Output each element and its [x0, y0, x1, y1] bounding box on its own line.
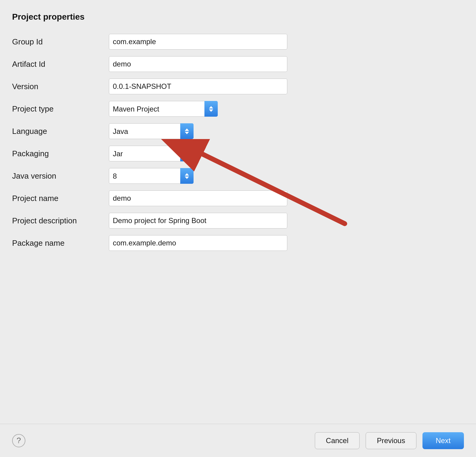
project-description-input[interactable]: [109, 213, 287, 228]
packaging-select[interactable]: Jar War: [109, 146, 194, 161]
packaging-select-wrapper: Jar War: [109, 146, 194, 161]
project-type-label: Project type: [12, 104, 109, 114]
artifact-id-row: Artifact Id: [12, 56, 464, 72]
next-button[interactable]: Next: [422, 432, 464, 449]
page-title: Project properties: [12, 12, 464, 22]
project-description-label: Project description: [12, 216, 109, 225]
help-button[interactable]: ?: [12, 434, 25, 447]
package-name-label: Package name: [12, 238, 109, 248]
group-id-label: Group Id: [12, 37, 109, 47]
packaging-label: Packaging: [12, 149, 109, 158]
language-select[interactable]: Java Kotlin Groovy: [109, 123, 194, 139]
previous-button[interactable]: Previous: [366, 432, 416, 449]
packaging-row: Packaging Jar War: [12, 146, 464, 161]
project-type-row: Project type Maven Project Gradle Projec…: [12, 101, 464, 117]
java-version-row: Java version 8 11 17: [12, 168, 464, 184]
language-row: Language Java Kotlin Groovy: [12, 123, 464, 139]
bottom-bar: ? Cancel Previous Next: [0, 424, 476, 457]
version-input[interactable]: [109, 79, 287, 94]
java-version-label: Java version: [12, 171, 109, 181]
package-name-input[interactable]: [109, 235, 287, 251]
form-area: Group Id Artifact Id Version Project typ…: [12, 34, 464, 457]
group-id-row: Group Id: [12, 34, 464, 50]
cancel-button[interactable]: Cancel: [315, 432, 360, 449]
project-name-label: Project name: [12, 194, 109, 203]
language-label: Language: [12, 127, 109, 136]
project-type-select-wrapper: Maven Project Gradle Project: [109, 101, 218, 117]
language-select-wrapper: Java Kotlin Groovy: [109, 123, 194, 139]
version-label: Version: [12, 82, 109, 91]
artifact-id-label: Artifact Id: [12, 60, 109, 69]
version-row: Version: [12, 79, 464, 94]
java-version-select-wrapper: 8 11 17: [109, 168, 194, 184]
project-name-input[interactable]: [109, 190, 287, 206]
java-version-select[interactable]: 8 11 17: [109, 168, 194, 184]
artifact-id-input[interactable]: [109, 56, 287, 72]
project-description-row: Project description: [12, 213, 464, 228]
dialog-container: Project properties Group Id Artifact Id …: [0, 0, 476, 457]
group-id-input[interactable]: [109, 34, 287, 50]
package-name-row: Package name: [12, 235, 464, 251]
project-name-row: Project name: [12, 190, 464, 206]
project-type-select[interactable]: Maven Project Gradle Project: [109, 101, 218, 117]
